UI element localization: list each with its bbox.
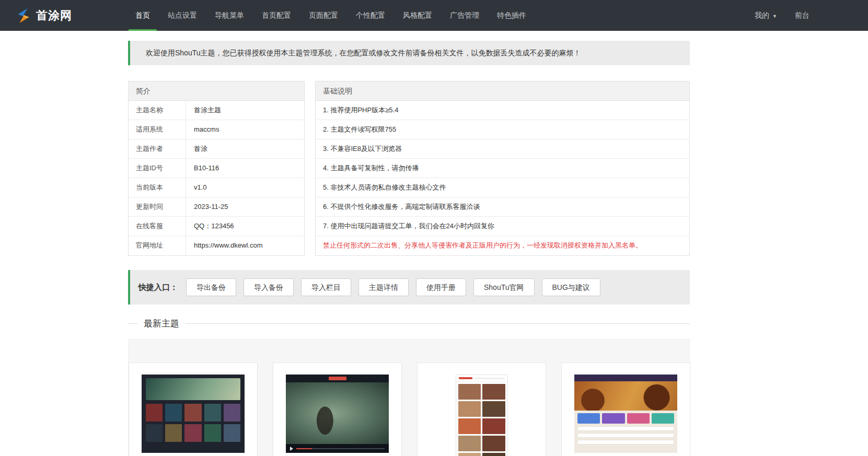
nav-item-site-settings[interactable]: 站点设置 (159, 0, 206, 31)
nav-item-personal-config[interactable]: 个性配置 (347, 0, 394, 31)
instruction-warning: 禁止任何形式的二次出售、分享他人等侵害作者及正版用户的行为，一经发现取消授权资格… (316, 236, 689, 255)
instruction-item: 7. 使用中出现问题请提交工单，我们会在24小时内回复你 (316, 217, 689, 236)
intro-row: 当前版本 v1.0 (129, 178, 304, 197)
theme-thumbnail-mobile-app (456, 375, 508, 456)
logo[interactable]: 首涂网 (0, 0, 72, 31)
theme-card-game-portal[interactable] (561, 363, 690, 456)
intro-panel-title: 简介 (129, 81, 304, 101)
play-icon (290, 447, 293, 451)
bug-suggestion-button[interactable]: BUG与建议 (542, 278, 600, 296)
nav-item-home[interactable]: 首页 (126, 0, 159, 31)
theme-thumbnail-video-player (286, 375, 389, 453)
user-manual-button[interactable]: 使用手册 (416, 278, 466, 296)
intro-row-label: 适用系统 (129, 120, 186, 139)
main-content: 欢迎使用ShouTu主题，您已获得授权使用本主题管理系统，在您配置或修改文件前请… (128, 41, 690, 456)
intro-row-label: 官网地址 (129, 236, 186, 255)
intro-row: 适用系统 maccms (129, 120, 304, 139)
theme-card-mobile-app[interactable] (417, 363, 546, 456)
import-backup-button[interactable]: 导入备份 (244, 278, 294, 296)
top-navbar: 首涂网 首页 站点设置 导航菜单 首页配置 页面配置 个性配置 风格配置 广告管… (0, 0, 868, 31)
official-site-link[interactable]: https://www.dkewl.com (194, 241, 263, 249)
latest-themes-panel (128, 339, 690, 456)
main-nav: 首页 站点设置 导航菜单 首页配置 页面配置 个性配置 风格配置 广告管理 特色… (126, 0, 535, 31)
theme-card-video-player[interactable] (273, 363, 402, 456)
instruction-item: 1. 推荐使用PHP版本≥5.4 (316, 101, 689, 120)
progress-bar (296, 448, 385, 449)
theme-thumbnail-game-portal (574, 375, 677, 453)
intro-row: 在线客服 QQ：123456 (129, 217, 304, 236)
intro-row: 主题ID号 B10-116 (129, 159, 304, 178)
intro-row-value: 2023-11-25 (186, 197, 228, 216)
instruction-item: 6. 不提供个性化修改服务，高端定制请联系客服洽谈 (316, 197, 689, 217)
instruction-item: 4. 主题具备可复制性，请勿传播 (316, 159, 689, 178)
chevron-down-icon: ▼ (772, 14, 777, 19)
intro-row-value: 首涂主题 (186, 101, 221, 120)
instructions-panel-title: 基础说明 (316, 81, 689, 101)
intro-row: 更新时间 2023-11-25 (129, 197, 304, 217)
nav-item-page-config[interactable]: 页面配置 (300, 0, 347, 31)
my-dropdown[interactable]: 我的 ▼ (755, 11, 777, 20)
intro-row: 主题名称 首涂主题 (129, 101, 304, 120)
theme-thumbnail-dark-movie (142, 375, 245, 453)
nav-item-nav-menu[interactable]: 导航菜单 (206, 0, 253, 31)
intro-row-value: QQ：123456 (186, 217, 234, 236)
my-dropdown-label: 我的 (755, 11, 769, 20)
heading-line-right (186, 323, 690, 324)
nav-item-plugins[interactable]: 特色插件 (488, 0, 535, 31)
instruction-item: 2. 主题文件读写权限755 (316, 120, 689, 139)
intro-row: 主题作者 首涂 (129, 139, 304, 159)
intro-row-label: 在线客服 (129, 217, 186, 236)
quick-entry-bar: 快捷入口： 导出备份 导入备份 导入栏目 主题详情 使用手册 ShouTu官网 … (128, 270, 690, 305)
logo-text: 首涂网 (36, 8, 72, 24)
theme-card-dark-movie[interactable] (129, 363, 258, 456)
shoutu-official-button[interactable]: ShouTu官网 (473, 278, 535, 296)
intro-row-label: 当前版本 (129, 178, 186, 197)
theme-details-button[interactable]: 主题详情 (358, 278, 409, 296)
intro-row-value: 首涂 (186, 139, 207, 158)
heading-line-left (128, 323, 137, 324)
navbar-right: 我的 ▼ 前台 (755, 0, 868, 31)
player-badge (329, 377, 346, 380)
intro-row-label: 主题名称 (129, 101, 186, 120)
latest-themes-heading: 最新主题 (128, 317, 690, 330)
intro-row-value: v1.0 (186, 178, 207, 197)
nav-item-ad-manage[interactable]: 广告管理 (441, 0, 488, 31)
latest-themes-title: 最新主题 (144, 318, 179, 330)
intro-row-value: maccms (186, 120, 219, 139)
import-columns-button[interactable]: 导入栏目 (301, 278, 351, 296)
intro-panel: 简介 主题名称 首涂主题 适用系统 maccms 主题作者 首涂 主题ID号 B… (128, 81, 305, 256)
theme-cards-row (129, 363, 689, 456)
instruction-item: 5. 非技术人员请勿私自修改主题核心文件 (316, 178, 689, 197)
intro-row-label: 主题ID号 (129, 159, 186, 178)
instruction-item: 3. 不兼容IE8及以下浏览器 (316, 139, 689, 159)
intro-row: 官网地址 https://www.dkewl.com (129, 236, 304, 255)
export-backup-button[interactable]: 导出备份 (186, 278, 236, 296)
nav-item-home-config[interactable]: 首页配置 (253, 0, 300, 31)
intro-row-value: B10-116 (186, 159, 219, 178)
intro-row-label: 主题作者 (129, 139, 186, 158)
welcome-banner: 欢迎使用ShouTu主题，您已获得授权使用本主题管理系统，在您配置或修改文件前请… (128, 41, 690, 65)
info-panels: 简介 主题名称 首涂主题 适用系统 maccms 主题作者 首涂 主题ID号 B… (128, 81, 690, 256)
instructions-panel: 基础说明 1. 推荐使用PHP版本≥5.4 2. 主题文件读写权限755 3. … (315, 81, 690, 256)
intro-row-label: 更新时间 (129, 197, 186, 216)
quick-entry-label: 快捷入口： (138, 283, 178, 293)
front-site-link[interactable]: 前台 (795, 11, 809, 20)
nav-item-style-config[interactable]: 风格配置 (394, 0, 441, 31)
welcome-text: 欢迎使用ShouTu主题，您已获得授权使用本主题管理系统，在您配置或修改文件前请… (146, 49, 581, 57)
logo-icon (16, 8, 31, 24)
